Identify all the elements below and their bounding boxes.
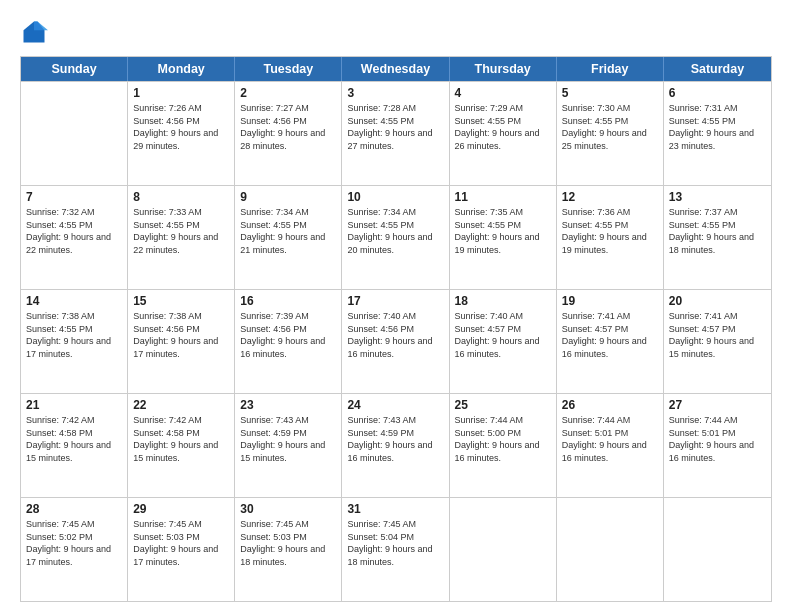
page: SundayMondayTuesdayWednesdayThursdayFrid… [0,0,792,612]
day-info: Sunrise: 7:45 AMSunset: 5:02 PMDaylight:… [26,518,122,568]
day-info: Sunrise: 7:42 AMSunset: 4:58 PMDaylight:… [133,414,229,464]
day-info: Sunrise: 7:35 AMSunset: 4:55 PMDaylight:… [455,206,551,256]
calendar-cell: 5Sunrise: 7:30 AMSunset: 4:55 PMDaylight… [557,82,664,185]
day-info: Sunrise: 7:45 AMSunset: 5:03 PMDaylight:… [133,518,229,568]
day-info: Sunrise: 7:38 AMSunset: 4:56 PMDaylight:… [133,310,229,360]
calendar-row: 21Sunrise: 7:42 AMSunset: 4:58 PMDayligh… [21,393,771,497]
day-number: 10 [347,189,443,205]
calendar-cell: 23Sunrise: 7:43 AMSunset: 4:59 PMDayligh… [235,394,342,497]
calendar-cell: 9Sunrise: 7:34 AMSunset: 4:55 PMDaylight… [235,186,342,289]
calendar-row: 28Sunrise: 7:45 AMSunset: 5:02 PMDayligh… [21,497,771,601]
calendar-cell: 27Sunrise: 7:44 AMSunset: 5:01 PMDayligh… [664,394,771,497]
calendar-cell: 13Sunrise: 7:37 AMSunset: 4:55 PMDayligh… [664,186,771,289]
day-info: Sunrise: 7:44 AMSunset: 5:01 PMDaylight:… [669,414,766,464]
calendar-cell: 25Sunrise: 7:44 AMSunset: 5:00 PMDayligh… [450,394,557,497]
calendar-cell: 2Sunrise: 7:27 AMSunset: 4:56 PMDaylight… [235,82,342,185]
day-info: Sunrise: 7:43 AMSunset: 4:59 PMDaylight:… [240,414,336,464]
day-number: 9 [240,189,336,205]
day-info: Sunrise: 7:33 AMSunset: 4:55 PMDaylight:… [133,206,229,256]
day-number: 27 [669,397,766,413]
weekday-header: Thursday [450,57,557,81]
day-info: Sunrise: 7:45 AMSunset: 5:03 PMDaylight:… [240,518,336,568]
day-number: 19 [562,293,658,309]
calendar-cell: 15Sunrise: 7:38 AMSunset: 4:56 PMDayligh… [128,290,235,393]
day-info: Sunrise: 7:41 AMSunset: 4:57 PMDaylight:… [562,310,658,360]
logo-icon [20,18,48,46]
day-number: 1 [133,85,229,101]
day-info: Sunrise: 7:43 AMSunset: 4:59 PMDaylight:… [347,414,443,464]
day-number: 31 [347,501,443,517]
day-number: 18 [455,293,551,309]
calendar-cell-empty [664,498,771,601]
day-number: 5 [562,85,658,101]
day-info: Sunrise: 7:31 AMSunset: 4:55 PMDaylight:… [669,102,766,152]
calendar-cell: 10Sunrise: 7:34 AMSunset: 4:55 PMDayligh… [342,186,449,289]
day-number: 12 [562,189,658,205]
calendar-header: SundayMondayTuesdayWednesdayThursdayFrid… [21,57,771,81]
calendar-cell: 3Sunrise: 7:28 AMSunset: 4:55 PMDaylight… [342,82,449,185]
calendar-cell: 8Sunrise: 7:33 AMSunset: 4:55 PMDaylight… [128,186,235,289]
day-number: 22 [133,397,229,413]
calendar-cell-empty [21,82,128,185]
calendar-row: 1Sunrise: 7:26 AMSunset: 4:56 PMDaylight… [21,81,771,185]
day-number: 13 [669,189,766,205]
weekday-header: Sunday [21,57,128,81]
day-info: Sunrise: 7:32 AMSunset: 4:55 PMDaylight:… [26,206,122,256]
calendar-cell: 31Sunrise: 7:45 AMSunset: 5:04 PMDayligh… [342,498,449,601]
day-number: 23 [240,397,336,413]
day-number: 24 [347,397,443,413]
calendar-cell: 14Sunrise: 7:38 AMSunset: 4:55 PMDayligh… [21,290,128,393]
day-info: Sunrise: 7:45 AMSunset: 5:04 PMDaylight:… [347,518,443,568]
calendar-cell: 12Sunrise: 7:36 AMSunset: 4:55 PMDayligh… [557,186,664,289]
day-info: Sunrise: 7:28 AMSunset: 4:55 PMDaylight:… [347,102,443,152]
day-info: Sunrise: 7:38 AMSunset: 4:55 PMDaylight:… [26,310,122,360]
day-number: 21 [26,397,122,413]
calendar-cell: 11Sunrise: 7:35 AMSunset: 4:55 PMDayligh… [450,186,557,289]
weekday-header: Saturday [664,57,771,81]
day-info: Sunrise: 7:30 AMSunset: 4:55 PMDaylight:… [562,102,658,152]
day-number: 26 [562,397,658,413]
calendar-cell: 16Sunrise: 7:39 AMSunset: 4:56 PMDayligh… [235,290,342,393]
calendar-row: 7Sunrise: 7:32 AMSunset: 4:55 PMDaylight… [21,185,771,289]
day-info: Sunrise: 7:44 AMSunset: 5:00 PMDaylight:… [455,414,551,464]
day-number: 3 [347,85,443,101]
day-number: 4 [455,85,551,101]
calendar-cell-empty [450,498,557,601]
calendar-cell: 19Sunrise: 7:41 AMSunset: 4:57 PMDayligh… [557,290,664,393]
calendar-cell: 20Sunrise: 7:41 AMSunset: 4:57 PMDayligh… [664,290,771,393]
day-info: Sunrise: 7:37 AMSunset: 4:55 PMDaylight:… [669,206,766,256]
day-number: 25 [455,397,551,413]
day-number: 11 [455,189,551,205]
day-info: Sunrise: 7:44 AMSunset: 5:01 PMDaylight:… [562,414,658,464]
day-info: Sunrise: 7:26 AMSunset: 4:56 PMDaylight:… [133,102,229,152]
calendar-cell: 1Sunrise: 7:26 AMSunset: 4:56 PMDaylight… [128,82,235,185]
svg-marker-2 [34,22,45,31]
day-number: 30 [240,501,336,517]
calendar-cell: 17Sunrise: 7:40 AMSunset: 4:56 PMDayligh… [342,290,449,393]
calendar-body: 1Sunrise: 7:26 AMSunset: 4:56 PMDaylight… [21,81,771,601]
day-number: 28 [26,501,122,517]
day-number: 7 [26,189,122,205]
weekday-header: Friday [557,57,664,81]
day-number: 16 [240,293,336,309]
day-number: 17 [347,293,443,309]
day-number: 20 [669,293,766,309]
calendar-cell: 26Sunrise: 7:44 AMSunset: 5:01 PMDayligh… [557,394,664,497]
day-info: Sunrise: 7:27 AMSunset: 4:56 PMDaylight:… [240,102,336,152]
day-number: 29 [133,501,229,517]
day-info: Sunrise: 7:29 AMSunset: 4:55 PMDaylight:… [455,102,551,152]
day-number: 6 [669,85,766,101]
day-info: Sunrise: 7:40 AMSunset: 4:56 PMDaylight:… [347,310,443,360]
calendar: SundayMondayTuesdayWednesdayThursdayFrid… [20,56,772,602]
day-info: Sunrise: 7:39 AMSunset: 4:56 PMDaylight:… [240,310,336,360]
calendar-cell: 21Sunrise: 7:42 AMSunset: 4:58 PMDayligh… [21,394,128,497]
logo [20,18,52,46]
weekday-header: Tuesday [235,57,342,81]
day-info: Sunrise: 7:34 AMSunset: 4:55 PMDaylight:… [240,206,336,256]
calendar-cell: 7Sunrise: 7:32 AMSunset: 4:55 PMDaylight… [21,186,128,289]
day-info: Sunrise: 7:40 AMSunset: 4:57 PMDaylight:… [455,310,551,360]
calendar-cell: 6Sunrise: 7:31 AMSunset: 4:55 PMDaylight… [664,82,771,185]
day-info: Sunrise: 7:42 AMSunset: 4:58 PMDaylight:… [26,414,122,464]
calendar-cell: 28Sunrise: 7:45 AMSunset: 5:02 PMDayligh… [21,498,128,601]
day-number: 15 [133,293,229,309]
